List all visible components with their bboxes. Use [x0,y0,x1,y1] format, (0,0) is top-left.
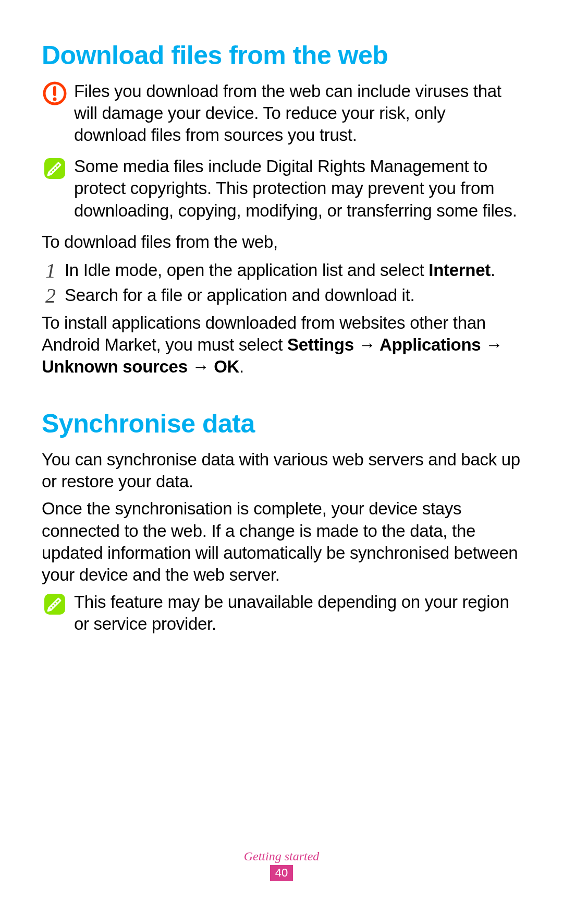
step1-bold: Internet [429,260,491,280]
install-post: . [239,357,244,376]
warning-icon [42,80,68,105]
step-1-text: In Idle mode, open the application list … [65,259,495,281]
note-icon [42,155,68,181]
step1-post: . [491,260,495,280]
step-number-2: 2 [42,284,59,306]
page-number: 40 [270,865,293,881]
page-footer: Getting started 40 [0,849,563,881]
sync-paragraph-2: Once the synchronisation is complete, yo… [42,498,521,586]
install-paragraph: To install applications downloaded from … [42,312,521,378]
sync-paragraph-1: You can synchronise data with various we… [42,449,521,493]
note-icon [42,591,68,616]
drm-note-callout: Some media files include Digital Rights … [42,155,521,222]
steps-list: 1 In Idle mode, open the application lis… [42,259,521,306]
warning-text: Files you download from the web can incl… [74,80,521,147]
drm-note-text: Some media files include Digital Rights … [74,155,521,222]
heading-download: Download files from the web [42,41,521,71]
step-2: 2 Search for a file or application and d… [42,284,521,306]
warning-callout: Files you download from the web can incl… [42,80,521,147]
heading-synchronise: Synchronise data [42,409,521,439]
step-number-1: 1 [42,259,59,281]
chapter-label: Getting started [0,849,563,863]
sync-note-text: This feature may be unavailable dependin… [74,591,521,635]
step-2-text: Search for a file or application and dow… [65,284,414,306]
svg-rect-1 [53,86,56,96]
step-1: 1 In Idle mode, open the application lis… [42,259,521,281]
sync-note-callout: This feature may be unavailable dependin… [42,591,521,635]
step1-pre: In Idle mode, open the application list … [65,260,429,280]
download-lead: To download files from the web, [42,231,521,253]
svg-point-2 [53,97,57,101]
